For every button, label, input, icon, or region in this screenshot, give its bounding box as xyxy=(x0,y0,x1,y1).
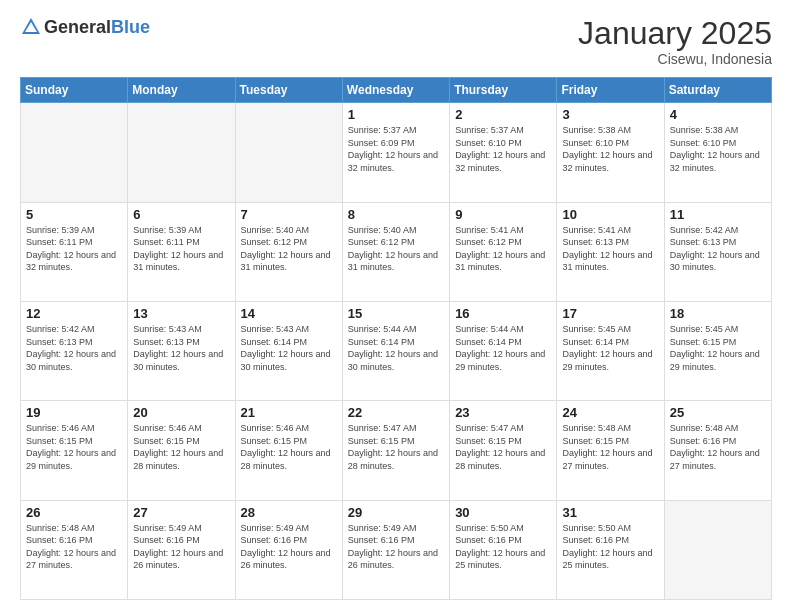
day-number: 13 xyxy=(133,306,229,321)
calendar-cell: 2Sunrise: 5:37 AM Sunset: 6:10 PM Daylig… xyxy=(450,103,557,202)
day-info: Sunrise: 5:44 AM Sunset: 6:14 PM Dayligh… xyxy=(348,323,444,373)
month-title: January 2025 xyxy=(578,16,772,51)
calendar-cell: 7Sunrise: 5:40 AM Sunset: 6:12 PM Daylig… xyxy=(235,202,342,301)
day-info: Sunrise: 5:50 AM Sunset: 6:16 PM Dayligh… xyxy=(455,522,551,572)
logo-icon xyxy=(20,16,42,38)
calendar-cell: 25Sunrise: 5:48 AM Sunset: 6:16 PM Dayli… xyxy=(664,401,771,500)
calendar-week-row: 1Sunrise: 5:37 AM Sunset: 6:09 PM Daylig… xyxy=(21,103,772,202)
calendar-week-row: 12Sunrise: 5:42 AM Sunset: 6:13 PM Dayli… xyxy=(21,301,772,400)
day-of-week-header: Wednesday xyxy=(342,78,449,103)
day-info: Sunrise: 5:45 AM Sunset: 6:15 PM Dayligh… xyxy=(670,323,766,373)
calendar-cell xyxy=(664,500,771,599)
day-info: Sunrise: 5:50 AM Sunset: 6:16 PM Dayligh… xyxy=(562,522,658,572)
day-info: Sunrise: 5:49 AM Sunset: 6:16 PM Dayligh… xyxy=(241,522,337,572)
day-number: 7 xyxy=(241,207,337,222)
day-number: 26 xyxy=(26,505,122,520)
calendar-cell: 16Sunrise: 5:44 AM Sunset: 6:14 PM Dayli… xyxy=(450,301,557,400)
day-number: 9 xyxy=(455,207,551,222)
day-number: 28 xyxy=(241,505,337,520)
day-number: 19 xyxy=(26,405,122,420)
day-number: 18 xyxy=(670,306,766,321)
day-number: 16 xyxy=(455,306,551,321)
day-info: Sunrise: 5:48 AM Sunset: 6:15 PM Dayligh… xyxy=(562,422,658,472)
day-number: 1 xyxy=(348,107,444,122)
calendar-cell: 23Sunrise: 5:47 AM Sunset: 6:15 PM Dayli… xyxy=(450,401,557,500)
calendar-cell: 3Sunrise: 5:38 AM Sunset: 6:10 PM Daylig… xyxy=(557,103,664,202)
calendar-cell: 4Sunrise: 5:38 AM Sunset: 6:10 PM Daylig… xyxy=(664,103,771,202)
day-info: Sunrise: 5:41 AM Sunset: 6:13 PM Dayligh… xyxy=(562,224,658,274)
day-info: Sunrise: 5:42 AM Sunset: 6:13 PM Dayligh… xyxy=(26,323,122,373)
day-info: Sunrise: 5:48 AM Sunset: 6:16 PM Dayligh… xyxy=(670,422,766,472)
location: Cisewu, Indonesia xyxy=(578,51,772,67)
calendar-week-row: 19Sunrise: 5:46 AM Sunset: 6:15 PM Dayli… xyxy=(21,401,772,500)
day-info: Sunrise: 5:49 AM Sunset: 6:16 PM Dayligh… xyxy=(348,522,444,572)
calendar-cell: 22Sunrise: 5:47 AM Sunset: 6:15 PM Dayli… xyxy=(342,401,449,500)
day-number: 31 xyxy=(562,505,658,520)
day-number: 5 xyxy=(26,207,122,222)
day-number: 8 xyxy=(348,207,444,222)
day-number: 2 xyxy=(455,107,551,122)
header: GeneralBlue January 2025 Cisewu, Indones… xyxy=(20,16,772,67)
calendar-cell: 8Sunrise: 5:40 AM Sunset: 6:12 PM Daylig… xyxy=(342,202,449,301)
day-of-week-header: Thursday xyxy=(450,78,557,103)
calendar-cell: 14Sunrise: 5:43 AM Sunset: 6:14 PM Dayli… xyxy=(235,301,342,400)
calendar-header-row: SundayMondayTuesdayWednesdayThursdayFrid… xyxy=(21,78,772,103)
logo-text: GeneralBlue xyxy=(44,17,150,38)
day-number: 30 xyxy=(455,505,551,520)
day-info: Sunrise: 5:48 AM Sunset: 6:16 PM Dayligh… xyxy=(26,522,122,572)
day-number: 24 xyxy=(562,405,658,420)
day-info: Sunrise: 5:40 AM Sunset: 6:12 PM Dayligh… xyxy=(241,224,337,274)
calendar-cell: 12Sunrise: 5:42 AM Sunset: 6:13 PM Dayli… xyxy=(21,301,128,400)
day-info: Sunrise: 5:46 AM Sunset: 6:15 PM Dayligh… xyxy=(133,422,229,472)
day-info: Sunrise: 5:49 AM Sunset: 6:16 PM Dayligh… xyxy=(133,522,229,572)
logo: GeneralBlue xyxy=(20,16,150,38)
day-info: Sunrise: 5:41 AM Sunset: 6:12 PM Dayligh… xyxy=(455,224,551,274)
calendar-cell: 19Sunrise: 5:46 AM Sunset: 6:15 PM Dayli… xyxy=(21,401,128,500)
calendar-cell: 18Sunrise: 5:45 AM Sunset: 6:15 PM Dayli… xyxy=(664,301,771,400)
day-number: 11 xyxy=(670,207,766,222)
logo-blue: Blue xyxy=(111,17,150,37)
day-number: 27 xyxy=(133,505,229,520)
day-of-week-header: Saturday xyxy=(664,78,771,103)
calendar-cell: 17Sunrise: 5:45 AM Sunset: 6:14 PM Dayli… xyxy=(557,301,664,400)
day-number: 23 xyxy=(455,405,551,420)
day-of-week-header: Friday xyxy=(557,78,664,103)
calendar-week-row: 26Sunrise: 5:48 AM Sunset: 6:16 PM Dayli… xyxy=(21,500,772,599)
calendar-cell: 13Sunrise: 5:43 AM Sunset: 6:13 PM Dayli… xyxy=(128,301,235,400)
day-info: Sunrise: 5:39 AM Sunset: 6:11 PM Dayligh… xyxy=(133,224,229,274)
calendar-cell xyxy=(21,103,128,202)
day-of-week-header: Tuesday xyxy=(235,78,342,103)
day-info: Sunrise: 5:46 AM Sunset: 6:15 PM Dayligh… xyxy=(241,422,337,472)
day-info: Sunrise: 5:37 AM Sunset: 6:09 PM Dayligh… xyxy=(348,124,444,174)
page: GeneralBlue January 2025 Cisewu, Indones… xyxy=(0,0,792,612)
day-number: 6 xyxy=(133,207,229,222)
logo-general: General xyxy=(44,17,111,37)
calendar-cell: 20Sunrise: 5:46 AM Sunset: 6:15 PM Dayli… xyxy=(128,401,235,500)
day-number: 17 xyxy=(562,306,658,321)
day-number: 22 xyxy=(348,405,444,420)
day-info: Sunrise: 5:46 AM Sunset: 6:15 PM Dayligh… xyxy=(26,422,122,472)
calendar-cell: 28Sunrise: 5:49 AM Sunset: 6:16 PM Dayli… xyxy=(235,500,342,599)
title-area: January 2025 Cisewu, Indonesia xyxy=(578,16,772,67)
day-number: 4 xyxy=(670,107,766,122)
day-info: Sunrise: 5:47 AM Sunset: 6:15 PM Dayligh… xyxy=(348,422,444,472)
day-number: 3 xyxy=(562,107,658,122)
day-number: 25 xyxy=(670,405,766,420)
calendar-cell: 29Sunrise: 5:49 AM Sunset: 6:16 PM Dayli… xyxy=(342,500,449,599)
day-info: Sunrise: 5:47 AM Sunset: 6:15 PM Dayligh… xyxy=(455,422,551,472)
calendar-cell: 26Sunrise: 5:48 AM Sunset: 6:16 PM Dayli… xyxy=(21,500,128,599)
calendar-cell: 21Sunrise: 5:46 AM Sunset: 6:15 PM Dayli… xyxy=(235,401,342,500)
day-info: Sunrise: 5:45 AM Sunset: 6:14 PM Dayligh… xyxy=(562,323,658,373)
calendar-cell: 30Sunrise: 5:50 AM Sunset: 6:16 PM Dayli… xyxy=(450,500,557,599)
day-number: 21 xyxy=(241,405,337,420)
calendar-cell: 1Sunrise: 5:37 AM Sunset: 6:09 PM Daylig… xyxy=(342,103,449,202)
day-of-week-header: Sunday xyxy=(21,78,128,103)
day-info: Sunrise: 5:39 AM Sunset: 6:11 PM Dayligh… xyxy=(26,224,122,274)
day-info: Sunrise: 5:44 AM Sunset: 6:14 PM Dayligh… xyxy=(455,323,551,373)
day-info: Sunrise: 5:40 AM Sunset: 6:12 PM Dayligh… xyxy=(348,224,444,274)
day-info: Sunrise: 5:43 AM Sunset: 6:14 PM Dayligh… xyxy=(241,323,337,373)
day-number: 10 xyxy=(562,207,658,222)
day-of-week-header: Monday xyxy=(128,78,235,103)
calendar-week-row: 5Sunrise: 5:39 AM Sunset: 6:11 PM Daylig… xyxy=(21,202,772,301)
calendar-cell: 9Sunrise: 5:41 AM Sunset: 6:12 PM Daylig… xyxy=(450,202,557,301)
